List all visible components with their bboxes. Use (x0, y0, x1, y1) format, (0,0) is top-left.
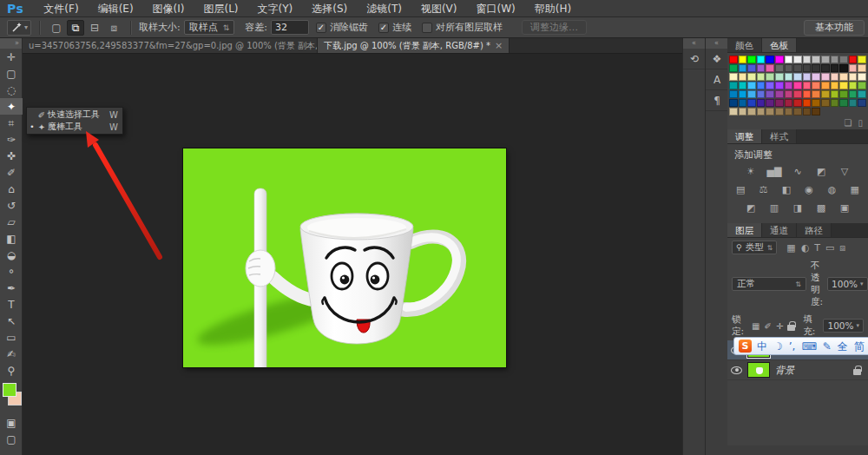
color-swatch[interactable] (849, 108, 858, 115)
color-swatch[interactable] (757, 56, 766, 63)
delete-swatch-icon[interactable]: ▯ (858, 118, 863, 128)
color-swatch[interactable] (775, 82, 784, 89)
foreground-color-swatch[interactable] (3, 383, 16, 397)
color-swatch[interactable] (729, 82, 738, 89)
menu-item-7[interactable]: 视图(V) (411, 0, 467, 17)
visibility-eye-icon[interactable] (731, 366, 742, 374)
color-swatch[interactable] (747, 108, 756, 115)
document-tab-1[interactable]: 下载.jpg @ 100% (背景 副本, RGB/8#) *× (318, 38, 510, 53)
color-swatch[interactable] (831, 99, 839, 107)
color-swatch[interactable] (858, 90, 866, 98)
quick-mask-button[interactable]: ▣ (0, 414, 23, 431)
ime-chinese-mode[interactable]: 中 (757, 341, 767, 352)
intersect-selection-icon[interactable]: ⧈ (105, 20, 122, 36)
color-swatch[interactable] (803, 64, 812, 72)
new-selection-icon[interactable]: ▢ (48, 20, 65, 36)
color-swatch[interactable] (858, 64, 866, 72)
screen-mode-button[interactable]: ▢ (0, 431, 23, 447)
adjustments-tab-调整[interactable]: 调整 (727, 129, 762, 143)
ime-simplified-icon[interactable]: 简 (854, 341, 865, 352)
color-swatch[interactable] (775, 108, 784, 115)
color-swatch[interactable] (766, 82, 774, 89)
new-swatch-icon[interactable]: ❏ (845, 118, 852, 128)
color-swatch[interactable] (858, 82, 866, 89)
color-swatch[interactable] (793, 56, 802, 63)
tools-collapse-button[interactable]: » (0, 38, 22, 49)
color-swatch[interactable] (729, 56, 738, 63)
hand-tool[interactable]: ✍ (0, 346, 23, 362)
menu-item-2[interactable]: 图像(I) (143, 0, 194, 17)
color-swatch[interactable] (739, 82, 747, 89)
color-swatch[interactable] (849, 64, 858, 72)
color-swatch[interactable] (831, 82, 839, 89)
levels-icon[interactable]: ▅▇ (766, 165, 783, 177)
pen-tool[interactable]: ✒ (0, 280, 23, 296)
subtract-from-selection-icon[interactable]: ⊟ (86, 20, 103, 36)
color-swatch[interactable] (812, 73, 820, 81)
adjustments-tab-样式[interactable]: 样式 (762, 129, 797, 143)
color-swatch[interactable] (831, 56, 839, 63)
color-swatch[interactable] (785, 108, 793, 115)
color-swatch[interactable] (858, 108, 866, 115)
hue-saturation-icon[interactable]: ▤ (733, 183, 748, 195)
color-swatch[interactable] (803, 82, 812, 89)
add-to-selection-icon[interactable]: ⧉ (67, 20, 84, 36)
color-swatch[interactable] (747, 64, 756, 72)
color-swatch[interactable] (766, 108, 774, 115)
color-swatch[interactable] (793, 73, 802, 81)
color-swatch[interactable] (812, 64, 820, 72)
color-swatch[interactable] (821, 99, 830, 107)
photo-filter-icon[interactable]: ◉ (801, 183, 817, 195)
color-swatch[interactable] (839, 56, 848, 63)
vibrance-icon[interactable]: ▽ (837, 165, 853, 177)
color-swatch[interactable] (775, 90, 784, 98)
color-swatch[interactable] (785, 90, 793, 98)
invert-icon[interactable]: ◩ (743, 201, 760, 214)
black-white-icon[interactable]: ◧ (779, 183, 794, 195)
gradient-map-icon[interactable]: ▩ (813, 201, 830, 214)
flyout-item-magic-wand-tool[interactable]: •✦魔棒工具W (27, 121, 122, 133)
color-swatch[interactable] (739, 90, 747, 98)
brush-panel-icon[interactable]: ❖ (706, 49, 728, 69)
color-swatch[interactable] (793, 99, 802, 107)
color-swatch[interactable] (747, 56, 756, 63)
color-swatch[interactable] (739, 73, 747, 81)
color-swatch[interactable] (812, 108, 820, 115)
ime-fullwidth-icon[interactable]: 全 (838, 341, 848, 352)
color-swatch[interactable] (793, 82, 802, 89)
color-swatch[interactable] (821, 64, 830, 72)
filter-smart-object-icon[interactable]: ⧈ (839, 242, 845, 254)
lock-transparent-icon[interactable]: ▦ (752, 321, 760, 331)
color-swatch[interactable] (803, 73, 812, 81)
color-swatch[interactable] (729, 90, 738, 98)
document-tab-0[interactable]: u=3457063756,249583377&fm=27&gp=0.jpg @ … (23, 38, 318, 53)
color-swatch[interactable] (821, 73, 830, 81)
color-swatch[interactable] (839, 99, 848, 107)
color-swatch[interactable] (747, 82, 756, 89)
color-swatch[interactable] (858, 73, 866, 81)
color-swatch[interactable] (803, 108, 812, 115)
color-swatch[interactable] (803, 99, 812, 107)
exposure-icon[interactable]: ◩ (813, 165, 830, 177)
filter-shape-icon[interactable]: ▭ (825, 242, 834, 254)
blend-mode-dropdown[interactable]: 正常 ⇅ (732, 277, 806, 291)
color-swatch[interactable] (849, 56, 858, 63)
color-swatch[interactable] (729, 108, 738, 115)
color-swatch[interactable] (729, 64, 738, 72)
paragraph-panel-icon[interactable]: ¶ (706, 90, 728, 111)
layer-filter-type-dropdown[interactable]: ⚲ 类型 ⇅ (732, 241, 777, 254)
sample-all-layers-checkbox[interactable]: ✓ 对所有图层取样 (422, 21, 503, 34)
color-swatch[interactable] (775, 64, 784, 72)
color-swatch[interactable] (793, 90, 802, 98)
color-swatch[interactable] (849, 99, 858, 107)
crop-tool[interactable]: ⌗ (0, 115, 23, 131)
move-tool[interactable]: ✛ (0, 49, 23, 65)
color-swatch[interactable] (747, 73, 756, 81)
color-swatch[interactable] (793, 108, 802, 115)
brightness-contrast-icon[interactable]: ☀ (743, 165, 760, 177)
contiguous-checkbox[interactable]: ✓ 连续 (378, 21, 411, 34)
color-swatch[interactable] (839, 73, 848, 81)
magic-wand-tool[interactable]: ✦ (0, 98, 23, 115)
color-swatch[interactable] (757, 64, 766, 72)
history-panel-icon[interactable]: ⟲ (683, 49, 706, 69)
